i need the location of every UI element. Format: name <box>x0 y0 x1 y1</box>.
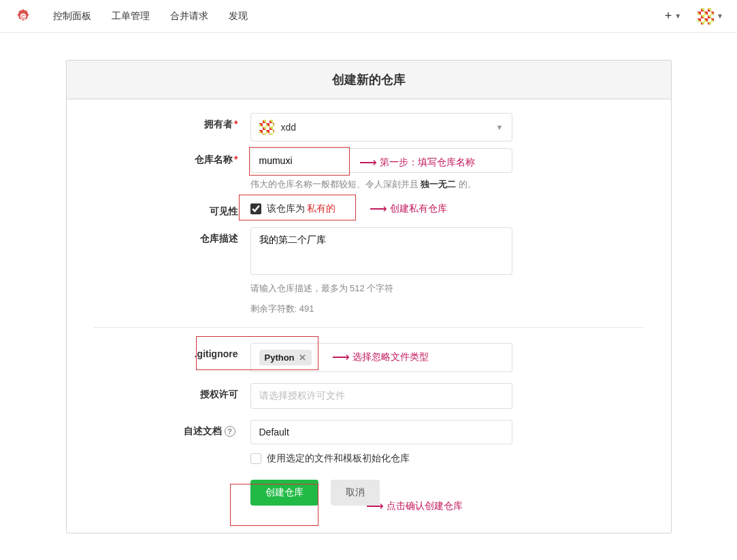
visibility-checkbox-row: 该仓库为 私有的 ⟶ 创建私有仓库 <box>250 200 644 216</box>
annotation-gitignore: ⟶ 选择忽略文件类型 <box>332 350 429 365</box>
desc-textarea[interactable]: 我的第二个厂库 <box>250 227 512 275</box>
logo-icon[interactable]: C <box>14 7 33 26</box>
plus-icon: + <box>665 9 672 23</box>
create-menu[interactable]: + ▼ <box>665 9 681 23</box>
gitignore-tag: Python ✕ <box>259 350 312 365</box>
init-repo-row: 使用选定的文件和模板初始化仓库 <box>250 452 644 465</box>
caret-down-icon: ▼ <box>717 12 723 20</box>
nav-links: 控制面板 工单管理 合并请求 发现 <box>53 10 248 22</box>
top-navbar: C 控制面板 工单管理 合并请求 发现 + ▼ ▼ <box>0 0 737 33</box>
repo-name-help: 伟大的仓库名称一般都较短、令人深刻并且 独一无二 的。 <box>250 178 644 191</box>
annotation-confirm: ⟶ 点击确认创建仓库 <box>366 499 463 514</box>
create-repo-panel: 创建新的仓库 拥有者 xdd ▼ 仓库名称 ⟶ 第一步：填写仓库名称 <box>66 60 672 533</box>
private-checkbox[interactable] <box>250 203 261 214</box>
license-select[interactable]: 请选择授权许可文件 <box>250 383 512 409</box>
init-label: 使用选定的文件和模板初始化仓库 <box>267 452 410 465</box>
avatar-icon <box>698 8 714 24</box>
arrow-icon: ⟶ <box>359 155 377 170</box>
annotation-step1: ⟶ 第一步：填写仓库名称 <box>359 155 475 170</box>
desc-remaining: 剩余字符数: 491 <box>250 303 644 315</box>
arrow-icon: ⟶ <box>366 499 384 514</box>
readme-value: Default <box>259 427 289 438</box>
page-title: 创建新的仓库 <box>67 71 671 88</box>
owner-dropdown[interactable]: xdd ▼ <box>250 113 512 142</box>
caret-down-icon: ▼ <box>674 12 681 20</box>
nav-issues[interactable]: 工单管理 <box>112 10 150 22</box>
user-menu[interactable]: ▼ <box>698 8 723 24</box>
gitignore-label: .gitignore <box>94 343 250 359</box>
visibility-label: 可见性 <box>94 200 250 218</box>
topbar-right: + ▼ ▼ <box>665 8 723 24</box>
create-repo-button[interactable]: 创建仓库 <box>250 480 318 506</box>
panel-header: 创建新的仓库 <box>67 61 671 99</box>
license-label: 授权许可 <box>94 383 250 401</box>
readme-select[interactable]: Default <box>250 420 512 444</box>
init-checkbox[interactable] <box>250 453 261 464</box>
license-placeholder: 请选择授权许可文件 <box>259 390 345 402</box>
arrow-icon: ⟶ <box>370 201 387 216</box>
remove-tag-icon[interactable]: ✕ <box>299 352 306 363</box>
desc-label: 仓库描述 <box>94 227 250 245</box>
repo-name-label: 仓库名称 <box>94 148 250 166</box>
divider <box>94 327 644 328</box>
nav-explore[interactable]: 发现 <box>229 10 248 22</box>
owner-avatar-icon <box>259 120 274 135</box>
owner-label: 拥有者 <box>94 113 250 131</box>
desc-help: 请输入仓库描述，最多为 512 个字符 <box>250 282 644 295</box>
arrow-icon: ⟶ <box>332 350 350 365</box>
visibility-text: 该仓库为 私有的 <box>267 203 336 215</box>
nav-dashboard[interactable]: 控制面板 <box>53 10 91 22</box>
caret-down-icon: ▼ <box>496 123 504 131</box>
help-icon[interactable]: ? <box>225 426 235 437</box>
readme-label: 自述文档 ? <box>94 420 250 438</box>
owner-value: xdd <box>281 122 297 133</box>
svg-text:C: C <box>21 14 25 20</box>
nav-pulls[interactable]: 合并请求 <box>170 10 208 22</box>
annotation-private: ⟶ 创建私有仓库 <box>370 201 447 216</box>
